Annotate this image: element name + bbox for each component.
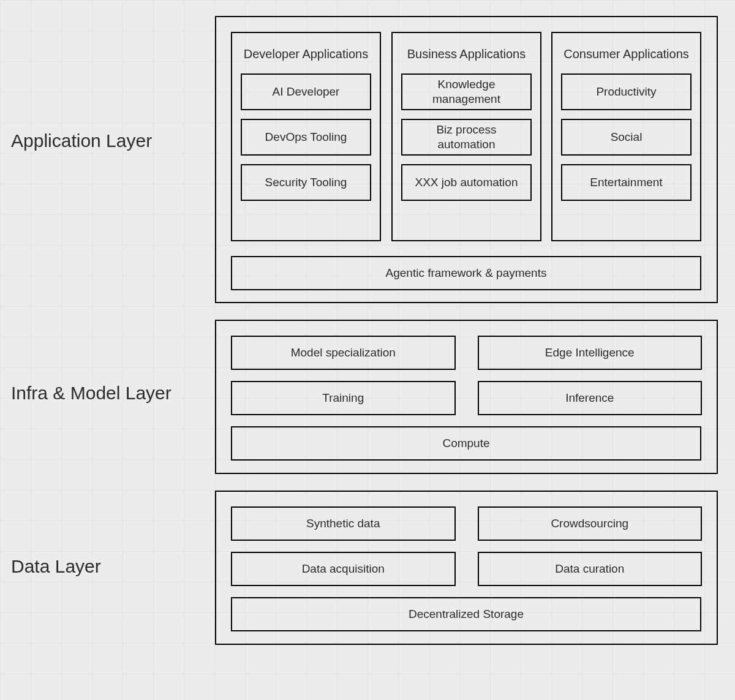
- decentralized-storage-box: Decentralized Storage: [231, 597, 701, 631]
- application-layer-box: Developer Applications AI Developer DevO…: [215, 16, 718, 303]
- devops-tooling-box: DevOps Tooling: [241, 119, 371, 156]
- job-automation-box: XXX job automation: [401, 164, 532, 201]
- application-layer-label: Application Layer: [11, 130, 152, 151]
- synthetic-data-box: Synthetic data: [231, 506, 456, 541]
- knowledge-management-box: Knowledge management: [401, 73, 532, 110]
- infra-row-2: Training Inference: [231, 381, 702, 415]
- consumer-applications-group: Consumer Applications Productivity Socia…: [551, 32, 701, 241]
- ai-developer-box: AI Developer: [241, 73, 371, 110]
- model-specialization-box: Model specialization: [231, 336, 456, 370]
- infra-layer-label: Infra & Model Layer: [11, 383, 172, 404]
- consumer-applications-title: Consumer Applications: [561, 38, 692, 73]
- security-tooling-box: Security Tooling: [241, 164, 371, 201]
- entertainment-box: Entertainment: [561, 164, 692, 201]
- data-layer-box: Synthetic data Crowdsourcing Data acquis…: [215, 491, 718, 645]
- infra-layer-box: Model specialization Edge Intelligence T…: [215, 320, 718, 474]
- social-box: Social: [561, 119, 692, 156]
- inference-box: Inference: [478, 381, 703, 415]
- business-applications-group: Business Applications Knowledge manageme…: [391, 32, 541, 241]
- compute-box: Compute: [231, 426, 701, 461]
- data-curation-box: Data curation: [478, 552, 703, 586]
- infra-row-1: Model specialization Edge Intelligence: [231, 336, 702, 370]
- training-box: Training: [231, 381, 456, 415]
- data-layer-label: Data Layer: [11, 556, 101, 577]
- developer-applications-title: Developer Applications: [241, 38, 371, 73]
- agentic-framework-box: Agentic framework & payments: [231, 256, 701, 290]
- biz-process-automation-box: Biz process automation: [401, 119, 532, 156]
- crowdsourcing-box: Crowdsourcing: [478, 506, 703, 541]
- data-acquisition-box: Data acquisition: [231, 552, 456, 586]
- data-row-1: Synthetic data Crowdsourcing: [231, 506, 702, 541]
- data-row-2: Data acquisition Data curation: [231, 552, 702, 586]
- developer-applications-group: Developer Applications AI Developer DevO…: [231, 32, 381, 241]
- edge-intelligence-box: Edge Intelligence: [478, 336, 703, 370]
- business-applications-title: Business Applications: [401, 38, 532, 73]
- productivity-box: Productivity: [561, 73, 692, 110]
